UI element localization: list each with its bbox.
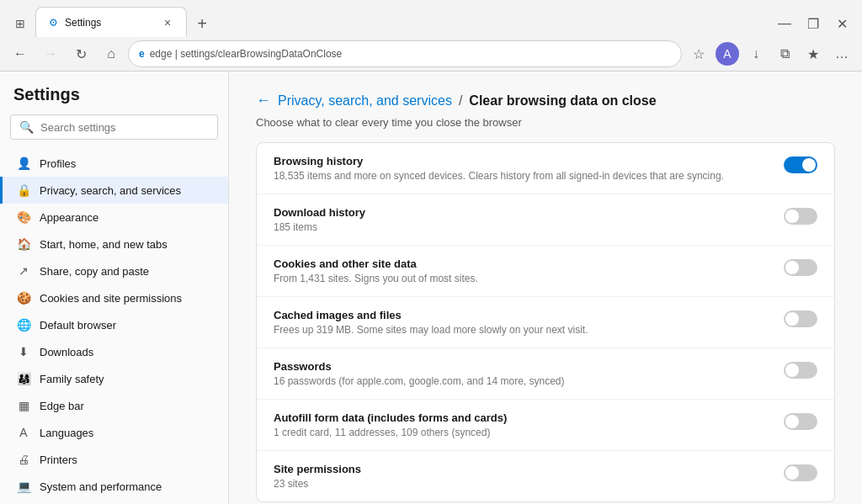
address-bar[interactable]: e edge | settings/clearBrowsingDataOnClo…	[128, 40, 682, 67]
app-container: Settings 🔍 👤 Profiles 🔒 Privacy, search,…	[0, 72, 862, 504]
sidebar-item-share-copy[interactable]: ↗ Share, copy and paste	[0, 257, 228, 284]
sidebar-nav: 👤 Profiles 🔒 Privacy, search, and servic…	[0, 150, 228, 504]
setting-info-4: Passwords 16 passwords (for apple.com, g…	[274, 360, 784, 387]
tab-bar: ⊞ ⚙ Settings × + — ❐ ✕	[0, 0, 862, 37]
toggle-thumb-3	[785, 312, 799, 326]
sidebar-item-start-home[interactable]: 🏠 Start, home, and new tabs	[0, 231, 228, 257]
setting-name-4: Passwords	[274, 360, 784, 373]
sidebar-label-system: System and performance	[40, 480, 162, 493]
sidebar-icon-family-safety: 👨‍👩‍👧	[16, 371, 31, 386]
sidebar-label-cookies: Cookies and site permissions	[40, 292, 182, 305]
tab-close-button[interactable]: ×	[159, 14, 176, 31]
profile-avatar[interactable]: A	[716, 42, 739, 66]
sidebar-item-cookies[interactable]: 🍪 Cookies and site permissions	[0, 284, 228, 311]
setting-name-6: Site permissions	[274, 463, 784, 475]
setting-item-1: Download history 185 items	[257, 194, 834, 246]
sidebar-label-share-copy: Share, copy and paste	[40, 265, 149, 278]
back-button[interactable]: ←	[7, 40, 34, 67]
search-input[interactable]	[40, 121, 209, 134]
sidebar-item-profiles[interactable]: 👤 Profiles	[0, 150, 228, 177]
sidebar-label-profiles: Profiles	[40, 157, 76, 170]
address-scheme: edge |	[150, 48, 180, 60]
forward-button[interactable]: →	[37, 40, 64, 67]
toggle-thumb-2	[785, 261, 799, 274]
sidebar-item-printers[interactable]: 🖨 Printers	[0, 446, 228, 473]
sidebar-item-default-browser[interactable]: 🌐 Default browser	[0, 311, 228, 338]
sidebar-icon[interactable]: ⧉	[771, 40, 798, 67]
sidebar-label-appearance: Appearance	[40, 211, 98, 224]
search-box[interactable]: 🔍	[10, 114, 218, 140]
toggle-2[interactable]	[784, 259, 817, 276]
sidebar-item-languages[interactable]: A Languages	[0, 419, 228, 446]
setting-desc-1: 185 items	[274, 221, 784, 233]
home-button[interactable]: ⌂	[98, 40, 125, 67]
sidebar-item-privacy[interactable]: 🔒 Privacy, search, and services	[0, 177, 228, 204]
tab-grid-button[interactable]: ⊞	[7, 10, 34, 37]
sidebar-item-edge-bar[interactable]: ▦ Edge bar	[0, 392, 228, 419]
setting-desc-2: From 1,431 sites. Signs you out of most …	[274, 273, 784, 284]
sidebar-label-family-safety: Family safety	[40, 373, 104, 385]
setting-name-2: Cookies and other site data	[274, 257, 784, 270]
toggle-6[interactable]	[784, 464, 817, 481]
favorites-icon[interactable]: ☆	[685, 40, 712, 67]
sidebar-icon-appearance: 🎨	[16, 210, 31, 225]
page-title: Clear browsing data on close	[469, 93, 656, 109]
sidebar-label-downloads: Downloads	[40, 346, 93, 358]
toggle-3[interactable]	[784, 310, 817, 327]
new-tab-button[interactable]: +	[189, 10, 216, 37]
setting-info-0: Browsing history 18,535 items and more o…	[274, 155, 784, 182]
setting-desc-6: 23 sites	[274, 478, 784, 490]
sidebar-icon-cookies: 🍪	[16, 290, 31, 305]
sidebar-item-downloads[interactable]: ⬇ Downloads	[0, 338, 228, 365]
setting-name-5: Autofill form data (includes forms and c…	[274, 411, 784, 424]
settings-tab[interactable]: ⚙ Settings ×	[35, 7, 187, 37]
toggle-4[interactable]	[784, 362, 817, 379]
close-button[interactable]: ✕	[828, 10, 855, 37]
setting-desc-4: 16 passwords (for apple.com, google.com,…	[274, 375, 784, 387]
breadcrumb-separator: /	[459, 93, 462, 109]
toggle-0[interactable]	[784, 157, 817, 173]
sidebar-icon-profiles: 👤	[16, 156, 31, 171]
setting-item-5: Autofill form data (includes forms and c…	[257, 400, 834, 451]
setting-info-2: Cookies and other site data From 1,431 s…	[274, 257, 784, 284]
toggle-thumb-0	[802, 158, 816, 172]
favorites-star-icon[interactable]: ★	[800, 40, 827, 67]
toggle-5[interactable]	[784, 413, 817, 430]
profile-icon[interactable]: A	[714, 40, 741, 67]
sidebar-icon-share-copy: ↗	[16, 263, 31, 279]
sidebar-icon-default-browser: 🌐	[16, 317, 31, 332]
sidebar-icon-edge-bar: ▦	[16, 398, 31, 413]
sidebar-title: Settings	[0, 85, 228, 114]
sidebar-item-reset[interactable]: ↺ Reset settings	[0, 500, 228, 504]
setting-name-3: Cached images and files	[274, 309, 784, 321]
sidebar-icon-downloads: ⬇	[16, 344, 31, 359]
collections-icon[interactable]: ↓	[742, 40, 769, 67]
sidebar-label-languages: Languages	[40, 427, 93, 439]
maximize-button[interactable]: ❐	[800, 10, 827, 37]
address-text: edge | settings/clearBrowsingDataOnClose	[150, 48, 671, 60]
setting-name-1: Download history	[274, 206, 784, 219]
setting-desc-3: Frees up 319 MB. Some sites may load mor…	[274, 324, 784, 336]
setting-desc-5: 1 credit card, 11 addresses, 109 others …	[274, 427, 784, 438]
page-back-button[interactable]: ←	[256, 92, 271, 109]
breadcrumb-link[interactable]: Privacy, search, and services	[278, 93, 452, 109]
minimize-button[interactable]: —	[771, 10, 798, 37]
sidebar-icon-printers: 🖨	[16, 452, 31, 467]
sidebar-item-family-safety[interactable]: 👨‍👩‍👧 Family safety	[0, 365, 228, 392]
sidebar-item-appearance[interactable]: 🎨 Appearance	[0, 204, 228, 231]
sidebar-item-system[interactable]: 💻 System and performance	[0, 473, 228, 500]
sidebar-label-start-home: Start, home, and new tabs	[40, 238, 168, 251]
setting-desc-0: 18,535 items and more on synced devices.…	[274, 170, 784, 182]
setting-name-0: Browsing history	[274, 155, 784, 167]
toggle-thumb-1	[785, 210, 799, 223]
sidebar-label-printers: Printers	[40, 454, 77, 466]
search-icon: 🔍	[19, 120, 34, 134]
toggle-thumb-6	[785, 466, 799, 480]
main-content: ← Privacy, search, and services / Clear …	[229, 72, 862, 504]
sidebar-label-edge-bar: Edge bar	[40, 400, 84, 412]
setting-item-0: Browsing history 18,535 items and more o…	[257, 143, 834, 194]
more-button[interactable]: …	[828, 40, 855, 67]
refresh-button[interactable]: ↻	[67, 40, 94, 67]
sidebar-icon-system: 💻	[16, 479, 31, 494]
toggle-1[interactable]	[784, 208, 817, 225]
